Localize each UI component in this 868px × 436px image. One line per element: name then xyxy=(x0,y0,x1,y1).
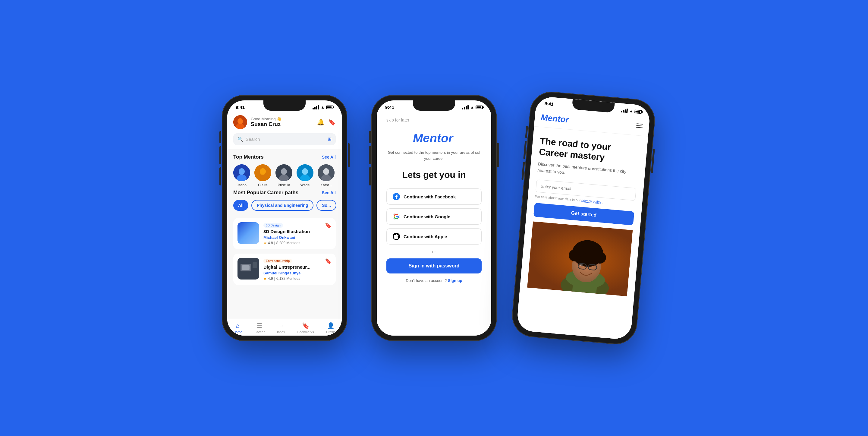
privacy-link[interactable]: privacy policy xyxy=(581,198,601,204)
menu-line-1 xyxy=(637,123,643,124)
nav-home[interactable]: ⌂ Home xyxy=(233,322,242,334)
search-bar[interactable]: 🔍 Search ⊞ xyxy=(233,133,336,145)
facebook-icon xyxy=(393,193,400,200)
mentor-wade[interactable]: Wade xyxy=(297,164,313,187)
search-wrap: 🔍 Search ⊞ xyxy=(227,133,342,149)
top-mentors-title: Top Mentors xyxy=(233,154,264,160)
mentor-priscilla[interactable]: Priscilla xyxy=(276,164,292,187)
mentor-name-claire: Claire xyxy=(258,183,267,187)
google-label: Continue with Google xyxy=(404,214,450,219)
skip-link[interactable]: skip for later xyxy=(386,118,409,122)
notification-icon[interactable]: 🔔 xyxy=(317,118,324,126)
apple-icon xyxy=(393,233,400,240)
get-started-button[interactable]: Get started xyxy=(533,203,634,226)
menu-line-3 xyxy=(636,127,643,128)
p1-greeting: Good Morning 👋 Susan Cruz xyxy=(247,117,317,127)
filter-icon[interactable]: ⊞ xyxy=(328,136,332,142)
battery-icon-1 xyxy=(326,106,333,109)
menu-line-2 xyxy=(636,125,643,126)
card-tag-digital: Entrepeneurship xyxy=(264,259,292,263)
career-paths-header: Most Popular Career paths See All xyxy=(233,190,336,196)
battery-icon-3 xyxy=(634,110,642,114)
apple-button[interactable]: Continue with Apple xyxy=(386,228,482,244)
mentor-name-wade: Wade xyxy=(301,183,310,187)
p3-logo: Mentor xyxy=(540,111,571,126)
top-mentors-see-all[interactable]: See All xyxy=(322,155,336,159)
bookmark-icon-digital[interactable]: 🔖 xyxy=(325,258,332,264)
mentors-list: Jacob Claire xyxy=(233,164,336,187)
bookmark-header-icon[interactable]: 🔖 xyxy=(328,118,336,126)
menu-icon[interactable] xyxy=(636,123,643,128)
category-physical[interactable]: Physical and Engineering xyxy=(251,200,313,211)
nav-career[interactable]: ☰ Career xyxy=(254,322,265,334)
mentor-name-kath: Kathr... xyxy=(320,183,332,187)
phone-3: 9:41 ▲ Mentor xyxy=(510,90,657,346)
svg-rect-21 xyxy=(253,262,257,268)
wifi-icon-3: ▲ xyxy=(629,109,633,113)
google-button[interactable]: Continue with Google xyxy=(386,208,482,225)
privacy-text-content: We care about your data in our xyxy=(535,195,581,202)
mentor-claire[interactable]: Claire xyxy=(254,164,271,187)
category-tabs: All Physical and Engineering So... xyxy=(233,200,336,211)
phone-2: 9:41 ▲ skip for later Mentor G xyxy=(371,95,497,341)
bookmarks-icon: 🔖 xyxy=(302,322,310,329)
p2-title: Lets get you in xyxy=(402,170,466,180)
google-icon xyxy=(393,213,400,220)
search-icon: 🔍 xyxy=(238,137,243,142)
nav-profile[interactable]: 👤 Profile xyxy=(326,322,336,334)
person-photo xyxy=(527,221,632,296)
notch-1 xyxy=(264,100,306,111)
status-icons-2: ▲ xyxy=(462,105,483,110)
card-tag-3d: 3D Design xyxy=(264,223,283,228)
mentor-avatar-claire xyxy=(254,164,271,181)
nav-inbox[interactable]: ○ Inbox xyxy=(277,322,285,334)
greeting-line1: Good Morning 👋 xyxy=(251,117,313,121)
status-icons-1: ▲ xyxy=(313,105,333,110)
inbox-icon: ○ xyxy=(279,322,283,329)
top-mentors-section: Top Mentors See All Jacob xyxy=(227,149,342,190)
mentor-avatar-wade xyxy=(297,164,313,181)
card-mentees-3d: 8,289 Mentees xyxy=(276,241,300,245)
p3-hero: The road to your Career mastery Discover… xyxy=(520,127,648,303)
battery-icon-2 xyxy=(475,106,483,109)
mentor-avatar-jacob xyxy=(233,164,250,181)
career-paths-see-all[interactable]: See All xyxy=(322,190,336,195)
status-time-2: 9:41 xyxy=(385,105,394,110)
signup-link[interactable]: Sign up xyxy=(448,278,462,283)
search-placeholder: Search xyxy=(246,137,325,142)
bookmark-icon-3d[interactable]: 🔖 xyxy=(325,222,332,229)
facebook-button[interactable]: Continue with Facebook xyxy=(386,188,482,205)
or-divider: or xyxy=(432,249,436,254)
category-social[interactable]: So... xyxy=(316,200,336,211)
p1-header: Good Morning 👋 Susan Cruz 🔔 🔖 xyxy=(227,112,342,133)
mentor-avatar-kath xyxy=(318,164,335,181)
card-mentees-digital: 6,182 Mentees xyxy=(276,277,300,281)
privacy-end: . xyxy=(602,200,603,204)
wifi-icon-2: ▲ xyxy=(470,105,474,110)
signal-icon-1 xyxy=(313,105,319,110)
star-icon-2: ★ xyxy=(264,277,267,281)
phone2-content: skip for later Mentor Get connected to t… xyxy=(377,112,491,336)
mentor-jacob[interactable]: Jacob xyxy=(233,164,250,187)
mentor-kath[interactable]: Kathr... xyxy=(318,164,335,187)
card-author-digital: Samuel Kingasunye xyxy=(264,271,332,275)
career-icon: ☰ xyxy=(257,322,262,329)
category-all[interactable]: All xyxy=(233,200,248,211)
nav-bookmarks[interactable]: 🔖 Bookmarks xyxy=(298,322,314,334)
nav-career-label: Career xyxy=(254,330,265,334)
p3-hero-title: The road to your Career mastery xyxy=(538,136,640,166)
p2-logo-wrap: Mentor xyxy=(413,130,455,146)
card-3d-design[interactable]: 3D Design 3D Design Illustration Michael… xyxy=(233,218,336,249)
svg-rect-20 xyxy=(242,265,250,270)
signal-icon-3 xyxy=(621,108,628,113)
card-entrepreneurship[interactable]: Entrepeneurship Digital Entrepreneur... … xyxy=(233,254,336,285)
phone3-content: Mentor The road to your Career mastery D… xyxy=(516,107,650,340)
card-info-digital: Entrepeneurship Digital Entrepreneur... … xyxy=(264,258,332,281)
svg-point-4 xyxy=(239,168,245,175)
card-title-digital: Digital Entrepreneur... xyxy=(264,264,332,269)
apple-label: Continue with Apple xyxy=(404,234,447,239)
card-meta-3d: ★ 4.8 | 8,289 Mentees xyxy=(264,241,332,245)
mentor-avatar-priscilla xyxy=(276,164,292,181)
card-info-3d: 3D Design 3D Design Illustration Michael… xyxy=(264,222,332,245)
password-button[interactable]: Sign in with password xyxy=(386,258,482,273)
